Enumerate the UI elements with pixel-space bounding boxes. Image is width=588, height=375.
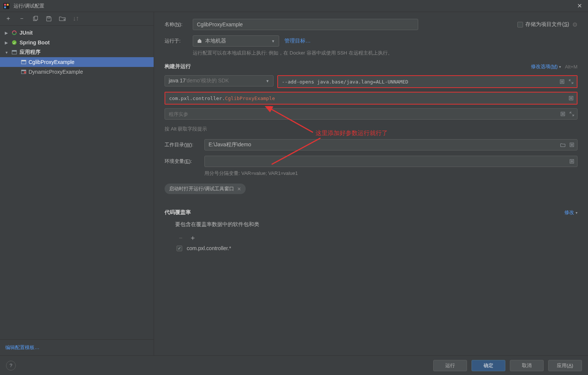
- store-as-file-checkbox[interactable]: 存储为项目文件(S): [517, 21, 569, 28]
- sidebar-footer: 编辑配置模板…: [0, 339, 154, 355]
- tree-item-dynamic[interactable]: DynamicProxyExample: [0, 67, 154, 77]
- expand-list-icon[interactable]: [568, 141, 575, 148]
- coverage-title: 代码覆盖率: [165, 209, 191, 216]
- coverage-add-icon[interactable]: ＋: [189, 233, 196, 242]
- application-icon: [11, 49, 17, 55]
- svg-point-7: [12, 40, 17, 45]
- folder-config-icon[interactable]: [59, 15, 66, 23]
- modify-options-kbd: Alt+M: [565, 64, 577, 70]
- copy-config-icon[interactable]: [32, 15, 39, 23]
- run-on-hint: 运行配置可以在本地或目标上执行: 例如，在 Docker 容器中或使用 SSH …: [193, 50, 577, 56]
- sort-config-icon[interactable]: [72, 15, 80, 23]
- svg-rect-11: [21, 60, 26, 61]
- chevron-down-icon: ▾: [559, 65, 561, 69]
- remove-config-icon[interactable]: －: [18, 15, 26, 23]
- expand-list-icon[interactable]: [559, 111, 566, 117]
- open-tool-window-pill[interactable]: 启动时打开运行/调试工具窗口 ✕: [165, 184, 246, 194]
- coverage-subtitle: 要包含在覆盖率数据中的软件包和类: [175, 221, 577, 228]
- close-icon[interactable]: ✕: [574, 1, 585, 11]
- name-label: 名称(N):: [165, 21, 193, 28]
- sidebar: ＋ － ▶ JUnit ▶: [0, 12, 154, 355]
- tree-group-label: Spring Boot: [20, 39, 50, 46]
- app-item-invalid-icon: [21, 69, 26, 74]
- svg-rect-5: [35, 16, 38, 20]
- title-bar: 运行/调试配置 ✕: [0, 0, 588, 12]
- apply-button[interactable]: 应用(A): [548, 360, 582, 371]
- tree-item-label: CglibProxyExample: [29, 59, 74, 65]
- chevron-right-icon: ▶: [4, 41, 9, 45]
- run-on-select[interactable]: 本地机器 ▼: [193, 35, 279, 47]
- expand-list-icon[interactable]: [568, 158, 575, 165]
- run-button[interactable]: 运行: [433, 360, 467, 371]
- app-icon: [3, 3, 10, 9]
- add-config-icon[interactable]: ＋: [5, 15, 12, 23]
- expand-window-icon[interactable]: [568, 111, 575, 117]
- coverage-remove-icon[interactable]: －: [177, 233, 184, 242]
- env-hint: 用分号分隔变量: VAR=value; VAR1=value1: [204, 170, 577, 177]
- config-panel: 名称(N): 存储为项目文件(S) ⚙ 运行于: 本地机器 ▼ 管理目标… 运行…: [154, 12, 588, 355]
- sidebar-toolbar: ＋ －: [0, 12, 154, 26]
- program-args-input[interactable]: [165, 108, 577, 120]
- build-run-title: 构建并运行: [165, 63, 191, 70]
- vm-options-input[interactable]: [278, 76, 577, 87]
- svg-rect-6: [48, 17, 50, 18]
- expand-window-icon[interactable]: [568, 78, 574, 85]
- run-on-label: 运行于:: [165, 38, 193, 44]
- workdir-input[interactable]: [204, 139, 577, 150]
- checkbox-icon: [517, 22, 523, 27]
- edit-templates-link[interactable]: 编辑配置模板…: [5, 345, 39, 350]
- tree-group-label: JUnit: [20, 30, 33, 36]
- chevron-down-icon: ▼: [266, 79, 269, 83]
- expand-list-icon[interactable]: [568, 95, 574, 102]
- alt-hint: 按 Alt 获取字段提示: [165, 123, 577, 139]
- checkbox-icon[interactable]: [177, 246, 182, 251]
- expand-list-icon[interactable]: [559, 78, 565, 85]
- cancel-button[interactable]: 取消: [510, 360, 544, 371]
- jdk-value: java 17 'demo' 模块的 SDK: [169, 77, 229, 84]
- chevron-down-icon: ▾: [4, 50, 9, 55]
- ok-button[interactable]: 确定: [472, 360, 505, 371]
- coverage-modify-link[interactable]: 修改: [564, 209, 574, 216]
- spring-icon: [11, 39, 17, 46]
- junit-icon: [11, 30, 17, 36]
- chevron-down-icon: ▾: [576, 211, 577, 215]
- svg-rect-9: [12, 50, 17, 52]
- tree-item-label: DynamicProxyExample: [29, 69, 83, 75]
- browse-folder-icon[interactable]: [559, 141, 566, 148]
- store-as-file-label: 存储为项目文件(S): [525, 21, 569, 28]
- help-icon[interactable]: ?: [6, 361, 16, 370]
- workdir-label: 工作目录(W):: [165, 141, 204, 148]
- tree-group-application[interactable]: ▾ 应用程序: [0, 47, 154, 57]
- pill-label: 启动时打开运行/调试工具窗口: [169, 185, 234, 192]
- main-class-name: CglibProxyExample: [225, 96, 275, 101]
- name-input[interactable]: [193, 19, 418, 30]
- main-class-input[interactable]: com.pxl.controller.CglibProxyExample: [165, 93, 577, 104]
- home-icon: [197, 38, 202, 44]
- jdk-select[interactable]: java 17 'demo' 模块的 SDK ▼: [165, 75, 274, 87]
- save-config-icon[interactable]: [45, 15, 53, 23]
- bottom-bar: ? 运行 确定 取消 应用(A): [0, 355, 588, 375]
- chevron-right-icon: ▶: [4, 31, 9, 35]
- window-title: 运行/调试配置: [14, 3, 574, 9]
- svg-rect-13: [21, 70, 26, 71]
- run-on-value: 本地机器: [205, 38, 226, 44]
- config-tree: ▶ JUnit ▶ Spring Boot ▾ 应用程序: [0, 26, 154, 339]
- coverage-item-label: com.pxl.controller.*: [187, 245, 231, 251]
- env-label: 环境变量(E):: [165, 158, 204, 165]
- gear-icon: ⚙: [572, 21, 577, 28]
- chevron-down-icon: ▼: [271, 39, 275, 43]
- svg-rect-2: [7, 4, 9, 6]
- modify-options-link[interactable]: 修改选项(M): [531, 63, 558, 70]
- manage-targets-link[interactable]: 管理目标…: [284, 38, 311, 44]
- svg-rect-1: [4, 4, 6, 6]
- tree-item-cglib[interactable]: CglibProxyExample: [0, 57, 154, 67]
- coverage-list-item[interactable]: com.pxl.controller.*: [175, 244, 577, 253]
- env-input[interactable]: [204, 156, 577, 167]
- svg-rect-3: [4, 6, 6, 8]
- pill-close-icon[interactable]: ✕: [237, 186, 241, 192]
- tree-group-junit[interactable]: ▶ JUnit: [0, 28, 154, 38]
- main-class-prefix: com.pxl.controller.: [169, 96, 225, 101]
- tree-group-label: 应用程序: [20, 49, 41, 56]
- app-item-icon: [21, 59, 26, 65]
- tree-group-springboot[interactable]: ▶ Spring Boot: [0, 38, 154, 47]
